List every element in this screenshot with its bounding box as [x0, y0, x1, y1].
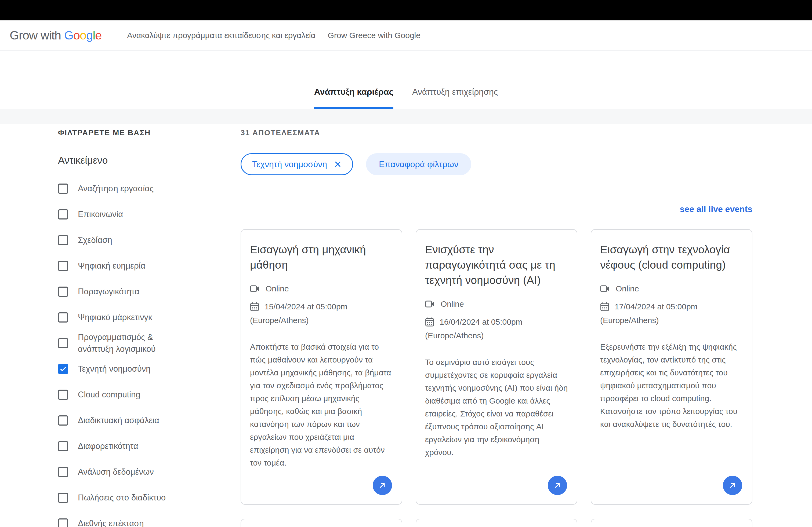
page-content: ΦΙΛΤΡΑΡΕΤΕ ΜΕ ΒΑΣΗ Αντικείμενο Αναζήτηση… — [0, 124, 812, 526]
arrow-up-right-icon — [553, 481, 562, 490]
filter-option[interactable]: Προγραμματισμός & ανάπτυξη λογισμικού — [58, 330, 187, 356]
event-card[interactable]: Ενισχύστε την παραγωγικότητά σας με τη τ… — [416, 229, 577, 505]
filter-option[interactable]: Διαφορετικότητα — [58, 433, 187, 459]
event-card[interactable]: Εισαγωγή στην τεχνολογία νέφους (cloud c… — [591, 229, 752, 505]
filter-chips-row: Τεχνητή νοημοσύνη Επαναφορά φίλτρων — [241, 153, 471, 175]
filter-option[interactable]: Διαδικτυακή ασφάλεια — [58, 408, 187, 433]
reset-filters-chip[interactable]: Επαναφορά φίλτρων — [366, 153, 471, 175]
event-date-row: 17/04/2024 at 05:00pm — [600, 300, 743, 313]
open-event-button[interactable] — [723, 476, 742, 495]
video-camera-icon — [250, 285, 260, 293]
filter-option-label: Διαδικτυακή ασφάλεια — [78, 415, 159, 426]
event-title: Εισαγωγή στην τεχνολογία νέφους (cloud c… — [600, 242, 743, 273]
event-cards-row: Εισαγωγή στη μηχανική μάθηση Online 15/0… — [241, 229, 752, 505]
event-date-row: 16/04/2024 at 05:00pm — [425, 316, 568, 328]
event-card-partial[interactable] — [591, 519, 752, 527]
filter-option[interactable]: Ψηφιακό μάρκετινγκ — [58, 304, 187, 330]
filter-option[interactable]: Αναζήτηση εργασίας — [58, 176, 187, 201]
checkbox[interactable] — [58, 416, 68, 425]
calendar-icon — [250, 302, 259, 312]
filter-option[interactable]: Διεθνής επέκταση — [58, 511, 187, 527]
event-mode-row: Online — [600, 282, 743, 295]
arrow-up-right-icon — [378, 481, 387, 490]
logo-google: Google — [64, 28, 102, 42]
logo-letter: l — [93, 28, 95, 42]
event-card[interactable]: Εισαγωγή στη μηχανική μάθηση Online 15/0… — [241, 229, 402, 505]
filter-group-title: Αντικείμενο — [58, 154, 187, 167]
filters-panel: ΦΙΛΤΡΑΡΕΤΕ ΜΕ ΒΑΣΗ Αντικείμενο Αναζήτηση… — [58, 129, 187, 527]
active-filter-chip-label: Τεχνητή νοημοσύνη — [252, 160, 327, 169]
checkbox[interactable] — [58, 364, 68, 374]
site-header: Grow with Google Ανακαλύψτε προγράμματα … — [0, 20, 812, 51]
logo-letter: e — [95, 28, 102, 42]
filter-option[interactable]: Ανάλυση δεδομένων — [58, 459, 187, 485]
event-date-label: 17/04/2024 at 05:00pm — [615, 300, 698, 313]
filter-option[interactable]: Τεχνητή νοημοσύνη — [58, 356, 187, 382]
filter-option-label: Τεχνητή νοημοσύνη — [78, 363, 150, 375]
open-event-button[interactable] — [373, 476, 392, 495]
event-mode-label: Online — [441, 298, 464, 310]
grow-with-google-logo[interactable]: Grow with Google — [10, 28, 102, 42]
checkbox[interactable] — [58, 441, 68, 451]
filter-option-label: Ανάλυση δεδομένων — [78, 466, 154, 478]
event-mode-label: Online — [616, 282, 639, 295]
filter-list: Αναζήτηση εργασίας Επικοινωνία Σχεδίαση … — [58, 176, 187, 527]
event-date-row: 15/04/2024 at 05:00pm — [250, 300, 393, 313]
calendar-icon — [600, 302, 609, 312]
filter-option[interactable]: Σχεδίαση — [58, 227, 187, 253]
filter-option-label: Ψηφιακή ευημερία — [78, 260, 146, 272]
filter-option-label: Διεθνής επέκταση — [78, 517, 144, 527]
event-description: Εξερευνήστε την εξέλιξη της ψηφιακής τεχ… — [600, 341, 743, 431]
filter-option[interactable]: Cloud computing — [58, 382, 187, 408]
active-filter-chip[interactable]: Τεχνητή νοημοσύνη — [241, 153, 353, 175]
event-date-label: 15/04/2024 at 05:00pm — [264, 300, 347, 313]
filter-option[interactable]: Πωλήσεις στο διαδίκτυο — [58, 485, 187, 511]
event-date-block: 16/04/2024 at 05:00pm (Europe/Athens) — [425, 316, 568, 342]
filter-option-label: Σχεδίαση — [78, 234, 112, 246]
video-camera-icon — [600, 285, 610, 293]
filter-option-label: Αναζήτηση εργασίας — [78, 183, 154, 195]
filter-option-label: Cloud computing — [78, 389, 141, 401]
calendar-icon — [425, 317, 434, 327]
checkbox[interactable] — [58, 235, 68, 245]
video-camera-icon — [425, 300, 435, 308]
event-title: Ενισχύστε την παραγωγικότητά σας με τη τ… — [425, 242, 568, 288]
see-all-live-events-link[interactable]: see all live events — [680, 204, 752, 214]
checkbox[interactable] — [58, 183, 68, 194]
checkbox[interactable] — [58, 338, 68, 348]
logo-letter: o — [73, 28, 80, 42]
filter-option[interactable]: Ψηφιακή ευημερία — [58, 253, 187, 279]
checkbox[interactable] — [58, 209, 68, 220]
reset-filters-label: Επαναφορά φίλτρων — [379, 160, 458, 169]
checkbox[interactable] — [58, 390, 68, 400]
event-date-block: 17/04/2024 at 05:00pm (Europe/Athens) — [600, 300, 743, 327]
checkbox[interactable] — [58, 287, 68, 297]
checkbox[interactable] — [58, 261, 68, 271]
tab-section: Ανάπτυξη καριέραςΑνάπτυξη επιχείρησης — [0, 51, 812, 109]
tab-career-growth[interactable]: Ανάπτυξη καριέρας — [314, 86, 393, 109]
header-nav: Ανακαλύψτε προγράμματα εκπαίδευσης και ε… — [127, 31, 420, 40]
nav-link-discover[interactable]: Ανακαλύψτε προγράμματα εκπαίδευσης και ε… — [127, 31, 316, 40]
checkbox[interactable] — [58, 312, 68, 322]
event-date-label: 16/04/2024 at 05:00pm — [439, 316, 523, 328]
filter-option[interactable]: Παραγωγικότητα — [58, 279, 187, 304]
filter-option-label: Πωλήσεις στο διαδίκτυο — [78, 492, 166, 504]
event-timezone-label: (Europe/Athens) — [250, 314, 393, 327]
logo-letter: G — [64, 28, 73, 42]
filter-option-label: Διαφορετικότητα — [78, 440, 138, 452]
checkbox[interactable] — [58, 493, 68, 503]
close-icon[interactable] — [334, 161, 342, 168]
checkbox[interactable] — [58, 467, 68, 477]
tab-business-growth[interactable]: Ανάπτυξη επιχείρησης — [412, 86, 498, 109]
arrow-up-right-icon — [728, 481, 737, 490]
filter-option[interactable]: Επικοινωνία — [58, 201, 187, 227]
event-mode-row: Online — [425, 298, 568, 310]
check-icon — [59, 365, 67, 373]
nav-link-grow-greece[interactable]: Grow Greece with Google — [328, 31, 420, 40]
open-event-button[interactable] — [548, 476, 567, 495]
event-card-partial[interactable] — [416, 519, 577, 527]
results-area: 31 ΑΠΟΤΕΛΕΣΜΑΤΑ Τεχνητή νοημοσύνη Επαναφ… — [241, 129, 752, 526]
event-card-partial[interactable] — [241, 519, 402, 527]
checkbox[interactable] — [58, 518, 68, 527]
event-date-block: 15/04/2024 at 05:00pm (Europe/Athens) — [250, 300, 393, 327]
